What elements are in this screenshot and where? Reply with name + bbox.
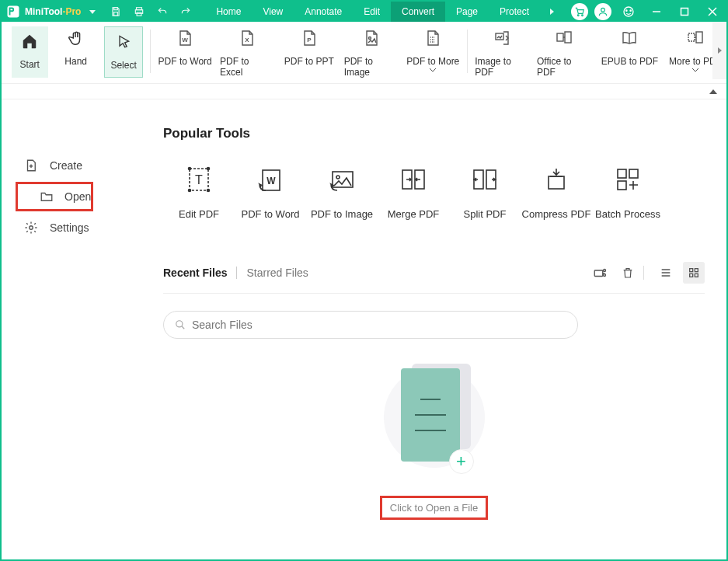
ribbon-separator <box>150 30 151 73</box>
svg-rect-41 <box>618 169 626 178</box>
user-icon[interactable] <box>594 3 611 20</box>
folder-icon <box>40 189 54 204</box>
empty-illustration[interactable]: + <box>376 354 493 479</box>
doc-word-icon: W <box>176 26 194 50</box>
svg-point-31 <box>207 190 210 192</box>
svg-rect-22 <box>565 32 571 43</box>
cursor-icon <box>116 30 131 54</box>
separator <box>643 266 644 280</box>
svg-rect-23 <box>688 33 695 41</box>
tab-starred-files[interactable]: Starred Files <box>236 267 308 279</box>
svg-point-11 <box>630 10 631 11</box>
delete-action-icon[interactable] <box>617 262 639 284</box>
sidebar-item-create[interactable]: Create <box>2 151 157 180</box>
collapse-ribbon-icon[interactable] <box>709 89 717 94</box>
sidebar-item-label: Settings <box>50 221 89 234</box>
menu-convert[interactable]: Convert <box>391 2 445 22</box>
sidebar-item-label: Create <box>50 159 82 172</box>
svg-text:W: W <box>182 37 188 44</box>
undo-icon[interactable] <box>151 2 174 22</box>
content-area: Popular Tools T Edit PDF W PDF to Word P… <box>157 99 726 559</box>
close-button[interactable] <box>698 2 726 22</box>
tool-hand[interactable]: Hand <box>56 26 96 78</box>
feedback-icon[interactable] <box>615 2 643 22</box>
svg-rect-42 <box>629 169 638 178</box>
svg-rect-21 <box>557 33 563 41</box>
more-to-pdf-icon <box>686 26 705 50</box>
search-input[interactable] <box>192 319 566 331</box>
svg-text:T: T <box>195 173 203 186</box>
search-icon <box>175 319 186 330</box>
tool-office-to-pdf[interactable]: Office to PDF <box>537 26 591 78</box>
doc-ppt-icon: P <box>300 26 319 50</box>
list-view-icon[interactable] <box>655 262 677 284</box>
brand-suffix: -Pro <box>62 6 81 17</box>
menu-protect[interactable]: Protect <box>489 2 540 22</box>
tool-pdf-to-more[interactable]: PDF to More <box>406 26 460 78</box>
main-area: Create Open Settings Popular Tools T Edi… <box>2 99 726 559</box>
svg-point-28 <box>189 168 191 170</box>
doc-image-icon <box>362 26 381 50</box>
save-icon[interactable] <box>104 2 127 22</box>
ribbon-collapse-bar <box>2 84 726 99</box>
svg-rect-13 <box>681 9 688 16</box>
tool-pdf-to-excel[interactable]: X PDF to Excel <box>220 26 274 78</box>
svg-point-46 <box>604 270 606 272</box>
popular-tools-row: T Edit PDF W PDF to Word PDF to Image Me… <box>163 165 705 220</box>
tool-pdf-to-ppt[interactable]: P PDF to PPT <box>282 26 336 78</box>
maximize-button[interactable] <box>671 2 698 22</box>
menu-edit[interactable]: Edit <box>353 2 391 22</box>
tool-start[interactable]: Start <box>12 26 48 78</box>
print-icon[interactable] <box>127 2 151 22</box>
pop-tool-compress-pdf[interactable]: Compress PDF <box>521 165 592 220</box>
divider <box>163 293 705 294</box>
svg-rect-24 <box>696 32 702 43</box>
tool-epub-to-pdf[interactable]: EPUB to PDF <box>599 26 660 78</box>
tool-select[interactable]: Select <box>104 26 143 78</box>
ribbon-overflow-button[interactable] <box>712 22 726 79</box>
create-icon <box>23 158 39 173</box>
pop-tool-edit-pdf[interactable]: T Edit PDF <box>163 165 235 220</box>
tool-pdf-to-image[interactable]: PDF to Image <box>344 26 399 78</box>
ribbon-separator <box>467 30 468 73</box>
menu-home[interactable]: Home <box>205 2 252 22</box>
menu-view[interactable]: View <box>252 2 294 22</box>
grid-view-icon[interactable] <box>683 262 705 284</box>
menu-more-icon[interactable] <box>540 2 563 22</box>
brand-name: MiniTool <box>25 6 62 17</box>
popular-tools-title: Popular Tools <box>163 126 705 141</box>
batch-process-icon <box>612 165 643 194</box>
svg-point-9 <box>624 7 633 16</box>
open-file-link[interactable]: Click to Open a File <box>380 496 488 520</box>
title-dropdown-icon[interactable] <box>81 2 104 22</box>
gear-icon <box>23 220 39 235</box>
pop-tool-split-pdf[interactable]: Split PDF <box>449 165 521 220</box>
empty-state: + Click to Open a File <box>163 354 705 520</box>
pop-tool-merge-pdf[interactable]: Merge PDF <box>378 165 449 220</box>
plus-icon: + <box>449 449 474 474</box>
search-files-box[interactable] <box>163 311 578 339</box>
sidebar: Create Open Settings <box>2 99 157 559</box>
sidebar-item-open[interactable]: Open <box>16 182 93 211</box>
sidebar-item-settings[interactable]: Settings <box>2 213 157 242</box>
tool-image-to-pdf[interactable]: Image to PDF <box>475 26 529 78</box>
redo-icon[interactable] <box>174 2 197 22</box>
office-to-pdf-icon <box>555 26 573 50</box>
svg-point-45 <box>604 274 606 277</box>
app-logo-icon <box>5 3 22 20</box>
svg-rect-48 <box>695 269 698 272</box>
cloud-action-icon[interactable] <box>589 262 611 284</box>
tab-recent-files[interactable]: Recent Files <box>163 267 227 279</box>
cart-icon[interactable] <box>571 3 588 20</box>
svg-text:P: P <box>307 37 312 44</box>
svg-rect-2 <box>114 12 118 16</box>
minimize-button[interactable] <box>643 2 671 22</box>
menu-page[interactable]: Page <box>445 2 489 22</box>
pop-tool-batch-process[interactable]: Batch Process <box>592 165 664 220</box>
pop-tool-pdf-to-image[interactable]: PDF to Image <box>306 165 378 220</box>
menu-annotate[interactable]: Annotate <box>294 2 353 22</box>
tool-pdf-to-word[interactable]: W PDF to Word <box>158 26 212 78</box>
pop-tool-pdf-to-word[interactable]: W PDF to Word <box>235 165 306 220</box>
svg-rect-43 <box>618 181 626 190</box>
chevron-down-icon <box>430 68 436 72</box>
